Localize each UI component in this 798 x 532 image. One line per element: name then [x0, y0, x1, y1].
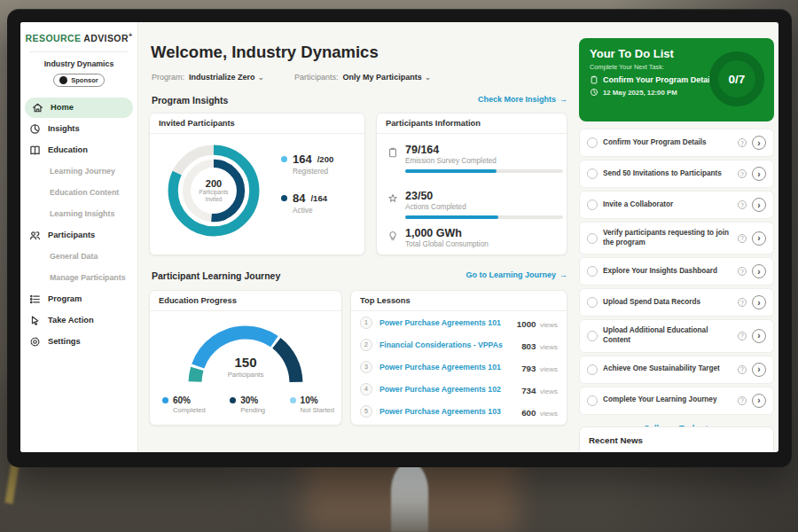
sidebar-item-education-content[interactable]: Education Content — [20, 183, 137, 203]
task-checkbox[interactable] — [587, 168, 598, 179]
task-row-upload-educational-content[interactable]: Upload Additional Educational Content ? … — [579, 319, 774, 352]
chevron-right-icon[interactable]: › — [752, 329, 766, 343]
lesson-link[interactable]: Power Purchase Agreements 101 — [379, 363, 514, 372]
chevron-down-icon[interactable]: ⌄ — [258, 73, 265, 82]
sidebar-item-learning-journey[interactable]: Learning Journey — [20, 161, 137, 182]
gear-icon — [29, 336, 41, 348]
sidebar-item-manage-participants[interactable]: Manage Participants — [20, 268, 137, 288]
help-icon[interactable]: ? — [738, 267, 747, 276]
help-icon[interactable]: ? — [738, 169, 747, 178]
card-title: Invited Participants — [150, 113, 364, 134]
program-filter[interactable]: Program:Industrialize Zero⌄ — [152, 73, 264, 82]
program-icon — [29, 293, 41, 305]
todo-panel: Your To Do List Complete Your Next Task:… — [577, 22, 778, 452]
sidebar-item-learning-insights[interactable]: Learning Insights — [20, 204, 137, 224]
org-name: Industry Dynamics — [20, 59, 137, 68]
task-checkbox[interactable] — [587, 364, 598, 375]
insights-icon — [29, 123, 41, 135]
sidebar-item-take-action[interactable]: Take Action — [20, 310, 137, 331]
sidebar-item-insights[interactable]: Insights — [20, 119, 137, 139]
sidebar-item-home[interactable]: Home — [25, 98, 133, 118]
task-row-send-invitations[interactable]: Send 50 Invitations to Participants ? › — [579, 160, 774, 188]
chevron-right-icon[interactable]: › — [752, 231, 766, 246]
sidebar-item-general-data[interactable]: General Data — [20, 246, 137, 267]
chevron-right-icon[interactable]: › — [752, 295, 766, 309]
task-checkbox[interactable] — [587, 200, 598, 210]
link-label: Check More Insights — [478, 95, 556, 104]
sidebar-item-program[interactable]: Program — [20, 289, 137, 309]
program-filter-label: Program: — [152, 73, 184, 82]
lesson-link[interactable]: Power Purchase Agreements 102 — [379, 385, 514, 394]
task-checkbox[interactable] — [587, 137, 598, 148]
donut-center-label: 200 Participants Invited — [164, 141, 263, 240]
help-icon[interactable]: ? — [738, 298, 747, 307]
registered-total: /200 — [317, 154, 334, 164]
sidebar-item-participants[interactable]: Participants — [20, 225, 137, 246]
chevron-right-icon[interactable]: › — [752, 198, 766, 212]
task-checkbox[interactable] — [587, 297, 598, 308]
lesson-rank: 5 — [360, 405, 372, 418]
stat-global-consumption: 1,000 GWh Total Global Consumption — [387, 227, 556, 248]
main-content: Welcome, Industry Dynamics Program:Indus… — [138, 22, 578, 452]
task-row-explore-insights[interactable]: Explore Your Insights Dashboard ? › — [579, 257, 774, 286]
logo-text-primary: RESOURCE — [26, 33, 82, 43]
sidebar-item-label: Take Action — [48, 316, 94, 325]
task-row-achieve-sustainability-target[interactable]: Achieve One Sustainability Target ? › — [579, 356, 774, 384]
take-action-icon — [29, 315, 41, 326]
task-checkbox[interactable] — [587, 395, 598, 406]
section-title-learning-journey: Participant Learning Journey — [152, 270, 280, 281]
program-filter-value[interactable]: Industrialize Zero — [189, 73, 255, 82]
sidebar-item-education[interactable]: Education — [20, 140, 137, 160]
progress-bar — [405, 169, 563, 173]
sidebar-item-label: Home — [51, 103, 74, 112]
task-label: Upload Additional Educational Content — [603, 326, 732, 345]
task-checkbox[interactable] — [587, 233, 598, 244]
task-checkbox[interactable] — [587, 331, 598, 341]
legend-dot-not-started — [290, 397, 296, 403]
task-label: Explore Your Insights Dashboard — [603, 267, 732, 277]
sidebar-item-label: Program — [48, 294, 82, 303]
task-label: Verify participants requesting to join t… — [603, 229, 732, 247]
chevron-down-icon[interactable]: ⌄ — [425, 73, 432, 82]
lesson-link[interactable]: Power Purchase Agreements 103 — [379, 407, 514, 416]
registered-label: Registered — [293, 167, 333, 176]
task-row-upload-spend-data[interactable]: Upload Spend Data Records ? › — [579, 288, 774, 317]
chevron-right-icon[interactable]: › — [752, 394, 766, 408]
sidebar-item-label: General Data — [50, 252, 98, 261]
task-checkbox[interactable] — [587, 266, 598, 277]
participants-icon — [29, 230, 41, 241]
link-label: Go to Learning Journey — [466, 270, 556, 279]
task-row-confirm-program[interactable]: Confirm Your Program Details ? › — [579, 129, 774, 157]
stat-emission-survey: 79/164 Emission Survey Completed — [387, 144, 556, 173]
chevron-right-icon[interactable]: › — [752, 363, 766, 377]
go-to-learning-journey-link[interactable]: Go to Learning Journey→ — [466, 270, 567, 279]
lesson-link[interactable]: Power Purchase Agreements 101 — [379, 318, 510, 327]
help-icon[interactable]: ? — [738, 365, 747, 374]
chevron-right-icon[interactable]: › — [752, 136, 766, 150]
task-row-verify-participants[interactable]: Verify participants requesting to join t… — [579, 222, 774, 254]
section-title-program-insights: Program Insights — [152, 95, 228, 106]
lesson-link[interactable]: Financial Considerations - VPPAs — [379, 340, 514, 349]
sidebar-item-settings[interactable]: Settings — [20, 332, 137, 352]
check-more-insights-link[interactable]: Check More Insights→ — [478, 95, 567, 104]
participants-filter[interactable]: Participants:Only My Participants⌄ — [294, 73, 431, 82]
help-icon[interactable]: ? — [738, 200, 747, 209]
chevron-right-icon[interactable]: › — [752, 264, 766, 278]
task-row-invite-collaborator[interactable]: Invite a Collaborator ? › — [579, 191, 774, 219]
chevron-right-icon[interactable]: › — [752, 167, 766, 181]
help-icon[interactable]: ? — [738, 138, 747, 147]
help-icon[interactable]: ? — [738, 332, 747, 340]
participants-information-card: Participants Information 79/164 Emission… — [376, 113, 567, 255]
views-suffix: views — [540, 387, 558, 395]
active-value: 84 — [293, 192, 305, 205]
sponsor-badge[interactable]: Sponsor — [53, 74, 105, 87]
donut-legend: 164/200 Registered 84/164 Active — [281, 153, 333, 231]
participants-filter-value[interactable]: Only My Participants — [343, 73, 422, 82]
dashboard-screen: RESOURCE ADVISOR+ Industry Dynamics Spon… — [20, 22, 778, 452]
app-logo: RESOURCE ADVISOR+ — [20, 22, 137, 43]
task-row-complete-learning-journey[interactable]: Complete Your Learning Journey ? › — [579, 387, 774, 415]
help-icon[interactable]: ? — [738, 234, 747, 243]
help-icon[interactable]: ? — [738, 396, 747, 405]
filter-bar: Program:Industrialize Zero⌄ Participants… — [152, 73, 431, 82]
arrow-right-icon: → — [559, 270, 567, 279]
